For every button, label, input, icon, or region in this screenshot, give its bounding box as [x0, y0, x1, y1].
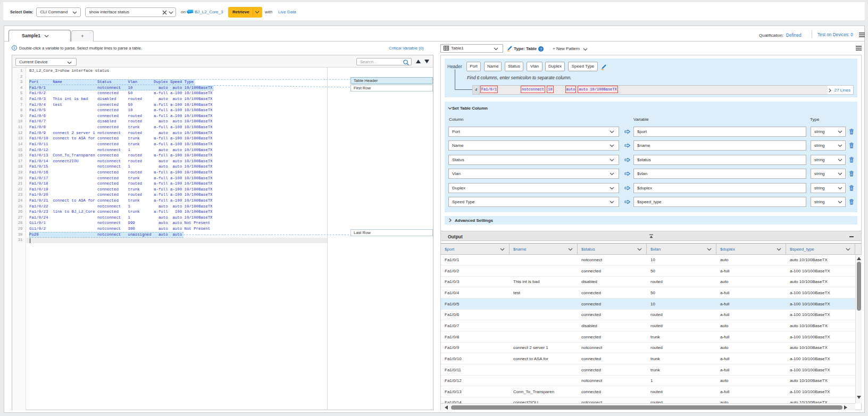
svg-text:?: ?: [540, 46, 542, 51]
